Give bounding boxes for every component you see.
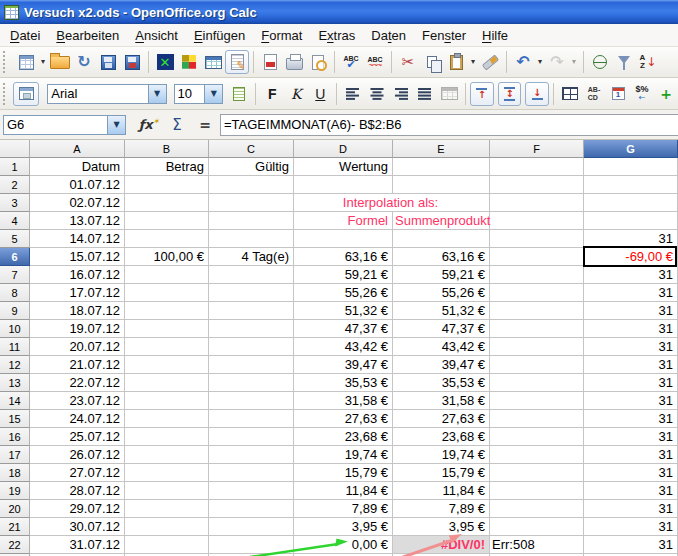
cell-B1[interactable]: Betrag	[125, 158, 209, 176]
row-header-10[interactable]: 10	[0, 320, 30, 338]
merge-cells-button[interactable]	[437, 82, 461, 106]
menu-fenster[interactable]: Fenster	[414, 25, 474, 46]
column-header-G[interactable]: G	[584, 140, 678, 158]
cell-G4[interactable]	[584, 212, 678, 230]
cell-E21[interactable]: 3,95 €	[393, 518, 490, 536]
cell-A10[interactable]: 19.07.12	[30, 320, 125, 338]
bold-button[interactable]: F	[260, 82, 284, 106]
cell-A2[interactable]: 01.07.12	[30, 176, 125, 194]
cell-A20[interactable]: 29.07.12	[30, 500, 125, 518]
cell-C18[interactable]	[209, 464, 294, 482]
row-header-2[interactable]: 2	[0, 176, 30, 194]
cell-D7[interactable]: 59,21 €	[294, 266, 393, 284]
cell-F14[interactable]	[490, 392, 584, 410]
select-all-corner[interactable]	[0, 140, 30, 158]
row-header-19[interactable]: 19	[0, 482, 30, 500]
row-header-12[interactable]: 12	[0, 356, 30, 374]
cell-B5[interactable]	[125, 230, 209, 248]
format-paintbrush-button[interactable]	[478, 50, 502, 74]
cell-F1[interactable]	[490, 158, 584, 176]
menu-format[interactable]: Format	[253, 25, 310, 46]
cut-button[interactable]: ✂	[396, 50, 420, 74]
cell-E13[interactable]: 35,53 €	[393, 374, 490, 392]
row-header-1[interactable]: 1	[0, 158, 30, 176]
cell-E9[interactable]: 51,32 €	[393, 302, 490, 320]
menu-hilfe[interactable]: Hilfe	[474, 25, 516, 46]
cell-D17[interactable]: 19,74 €	[294, 446, 393, 464]
wrap-text-button[interactable]: AB-CD	[582, 82, 606, 106]
menu-bearbeiten[interactable]: Bearbeiten	[48, 25, 127, 46]
row-header-20[interactable]: 20	[0, 500, 30, 518]
input-line[interactable]	[220, 114, 678, 136]
cell-B3[interactable]	[125, 194, 209, 212]
cell-C17[interactable]	[209, 446, 294, 464]
sort-ascending-button[interactable]: AZ ↓	[636, 50, 660, 74]
cell-E2[interactable]	[393, 176, 490, 194]
cell-F21[interactable]	[490, 518, 584, 536]
cell-D21[interactable]: 3,95 €	[294, 518, 393, 536]
toolbar-grip[interactable]	[3, 83, 11, 105]
date-format-button[interactable]: 1	[606, 82, 630, 106]
cell-A22[interactable]: 31.07.12	[30, 536, 125, 554]
cell-E5[interactable]	[393, 230, 490, 248]
menu-einfgen[interactable]: Einfügen	[186, 25, 253, 46]
cell-D13[interactable]: 35,53 €	[294, 374, 393, 392]
cell-F17[interactable]	[490, 446, 584, 464]
menu-daten[interactable]: Daten	[363, 25, 414, 46]
cell-A15[interactable]: 24.07.12	[30, 410, 125, 428]
cell-A14[interactable]: 23.07.12	[30, 392, 125, 410]
name-box[interactable]: ▼	[3, 115, 126, 135]
cell-D14[interactable]: 31,58 €	[294, 392, 393, 410]
font-name-dropdown[interactable]: ▼	[148, 85, 166, 103]
cell-G22[interactable]: 31	[584, 536, 678, 554]
cell-D22[interactable]: 0,00 €	[294, 536, 393, 554]
cell-B14[interactable]	[125, 392, 209, 410]
row-header-8[interactable]: 8	[0, 284, 30, 302]
menu-ansicht[interactable]: Ansicht	[127, 25, 186, 46]
title-bar[interactable]: Versuch x2.ods - OpenOffice.org Calc	[0, 0, 678, 24]
cell-A18[interactable]: 27.07.12	[30, 464, 125, 482]
edit-file-button[interactable]: ✎	[225, 50, 249, 74]
cell-D9[interactable]: 51,32 €	[294, 302, 393, 320]
cell-A3[interactable]: 02.07.12	[30, 194, 125, 212]
cell-C15[interactable]	[209, 410, 294, 428]
cell-C21[interactable]	[209, 518, 294, 536]
borders-button[interactable]	[558, 82, 582, 106]
menu-extras[interactable]: Extras	[310, 25, 363, 46]
cell-D5[interactable]	[294, 230, 393, 248]
cell-F13[interactable]	[490, 374, 584, 392]
cell-D11[interactable]: 43,42 €	[294, 338, 393, 356]
align-right-button[interactable]	[389, 82, 413, 106]
font-size-dropdown[interactable]: ▼	[204, 85, 222, 103]
row-header-15[interactable]: 15	[0, 410, 30, 428]
function-wizard-button[interactable]: ƒx✶	[138, 114, 160, 136]
cell-A7[interactable]: 16.07.12	[30, 266, 125, 284]
font-name-input[interactable]	[48, 85, 147, 103]
insert-table-button[interactable]	[201, 50, 225, 74]
cell-E1[interactable]	[393, 158, 490, 176]
cell-G20[interactable]: 31	[584, 500, 678, 518]
cell-G11[interactable]: 31	[584, 338, 678, 356]
print-button[interactable]	[282, 50, 306, 74]
column-header-E[interactable]: E	[393, 140, 490, 158]
paste-dropdown[interactable]: ▾	[468, 50, 478, 74]
align-top-button[interactable]: ↑	[470, 82, 494, 106]
cell-E6[interactable]: 63,16 €	[393, 248, 490, 266]
cell-A17[interactable]: 26.07.12	[30, 446, 125, 464]
redo-button[interactable]: ↷	[545, 50, 569, 74]
row-header-7[interactable]: 7	[0, 266, 30, 284]
cell-A9[interactable]: 18.07.12	[30, 302, 125, 320]
cell-B21[interactable]	[125, 518, 209, 536]
align-bottom-button[interactable]: ↓	[525, 82, 549, 106]
cell-G15[interactable]: 31	[584, 410, 678, 428]
cell-F8[interactable]	[490, 284, 584, 302]
cell-B2[interactable]	[125, 176, 209, 194]
cell-B22[interactable]	[125, 536, 209, 554]
sum-button[interactable]: Σ	[166, 114, 188, 136]
undo-dropdown[interactable]: ▾	[535, 50, 545, 74]
cell-A13[interactable]: 22.07.12	[30, 374, 125, 392]
menu-datei[interactable]: Datei	[2, 25, 48, 46]
cell-B12[interactable]	[125, 356, 209, 374]
cell-A19[interactable]: 28.07.12	[30, 482, 125, 500]
toolbar-grip[interactable]	[3, 51, 12, 73]
